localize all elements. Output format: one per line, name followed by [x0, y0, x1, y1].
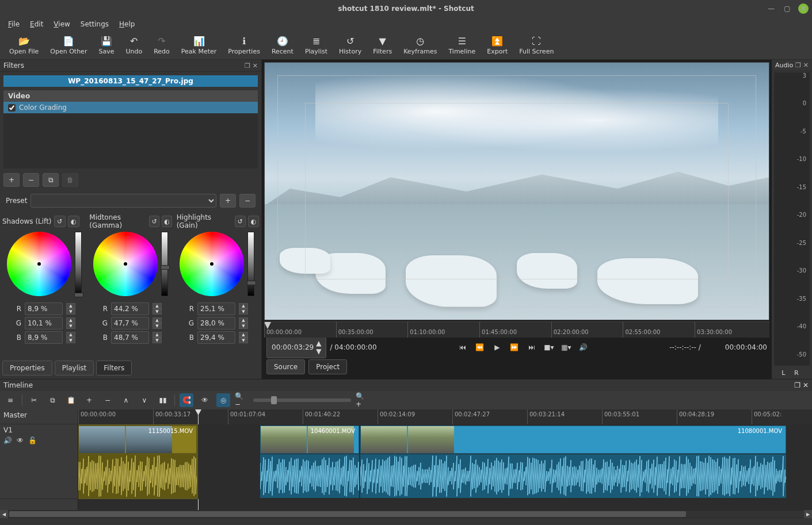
shadows-g-field[interactable]: 10,1 %: [25, 317, 63, 329]
menu-settings[interactable]: Settings: [76, 19, 113, 29]
tl-snap-button[interactable]: 🧲: [180, 393, 193, 407]
tab-source[interactable]: Source: [266, 359, 305, 374]
copy-filter-button[interactable]: ⧉: [43, 173, 59, 187]
highlights-b-spinner[interactable]: ▲▼: [239, 332, 248, 343]
panel-dock-icon[interactable]: ❐: [245, 62, 250, 70]
highlights-b-field[interactable]: 29,4 %: [197, 331, 235, 344]
paste-filter-button[interactable]: 🗑: [62, 173, 78, 187]
toolbar-timeline[interactable]: ☰Timeline: [443, 34, 481, 56]
close-button[interactable]: ✕: [798, 3, 809, 14]
menu-help[interactable]: Help: [115, 19, 139, 29]
track-lock-icon[interactable]: 🔓: [28, 436, 37, 444]
tl-split-button[interactable]: ▮▮: [156, 393, 170, 407]
shadows-color-wheel[interactable]: [7, 232, 71, 296]
shadows-luma-slider[interactable]: [75, 232, 82, 296]
shadows-g-spinner[interactable]: ▲▼: [66, 317, 75, 329]
timeline-close-icon[interactable]: ✕: [803, 381, 809, 389]
toolbar-playlist[interactable]: ≣Playlist: [299, 34, 333, 56]
preview-ruler[interactable]: 00:00:00:0000:35:00:0001:10:00:0001:45:0…: [264, 321, 769, 338]
tl-lift-button[interactable]: ∧: [119, 393, 133, 407]
timeline-hscroll[interactable]: ◀ ▶: [0, 510, 812, 518]
tl-ripple-button[interactable]: ◎: [216, 393, 230, 407]
midtones-g-spinner[interactable]: ▲▼: [153, 317, 162, 329]
tl-scrub-button[interactable]: 👁: [198, 393, 212, 407]
toolbar-save[interactable]: 💾Save: [93, 34, 120, 56]
highlights-keyframe-button[interactable]: ◐: [248, 216, 259, 227]
highlights-luma-slider[interactable]: [247, 232, 254, 296]
tab-filters[interactable]: Filters: [96, 361, 132, 375]
toolbar-export[interactable]: ⏫Export: [481, 34, 513, 56]
toolbar-open-file[interactable]: 📂Open File: [3, 34, 44, 56]
midtones-b-spinner[interactable]: ▲▼: [153, 332, 162, 343]
menu-view[interactable]: View: [49, 19, 74, 29]
remove-filter-button[interactable]: −: [23, 173, 39, 187]
shadows-keyframe-button[interactable]: ◐: [68, 216, 79, 227]
toolbar-filters[interactable]: ▼Filters: [367, 34, 398, 56]
midtones-g-field[interactable]: 47,7 %: [111, 317, 149, 329]
toolbar-properties[interactable]: ℹProperties: [222, 34, 266, 56]
highlights-g-field[interactable]: 28,0 %: [197, 317, 235, 329]
scroll-thumb[interactable]: [9, 511, 686, 517]
skip-next-button[interactable]: ⏭: [525, 341, 539, 354]
timeline-dock-icon[interactable]: ❐: [794, 381, 800, 389]
midtones-reset-button[interactable]: ↺: [149, 216, 159, 227]
rewind-button[interactable]: ⏪: [473, 341, 487, 354]
midtones-luma-slider[interactable]: [161, 232, 168, 296]
menu-edit[interactable]: Edit: [25, 19, 48, 29]
timeline-ruler[interactable]: 00:00:00:0000:00:33:1700:01:07:0400:01:4…: [78, 409, 812, 424]
shadows-reset-button[interactable]: ↺: [54, 216, 66, 227]
track-header-v1[interactable]: V1 🔊 👁 🔓: [0, 424, 78, 499]
highlights-color-wheel[interactable]: [180, 232, 244, 296]
tab-project[interactable]: Project: [308, 359, 347, 374]
filter-enable-checkbox[interactable]: [8, 104, 16, 112]
preset-select[interactable]: [31, 194, 216, 208]
midtones-color-wheel[interactable]: [93, 232, 158, 296]
toolbar-full-screen[interactable]: ⛶Full Screen: [513, 34, 559, 56]
clip[interactable]: 10460001.MOV: [260, 426, 359, 454]
grid-button[interactable]: ▦▾: [559, 341, 573, 354]
track-v1[interactable]: 11150015.MOV10460001.MOV11080001.MOV: [78, 424, 812, 499]
volume-button[interactable]: 🔊: [577, 341, 590, 354]
toolbar-undo[interactable]: ↶Undo: [120, 34, 148, 56]
shadows-r-field[interactable]: 8,9 %: [25, 302, 63, 315]
track-header-master[interactable]: Master: [0, 409, 78, 424]
clip[interactable]: 11150015.MOV: [78, 426, 197, 454]
audio-dock-icon[interactable]: ❐: [795, 62, 801, 69]
tab-playlist[interactable]: Playlist: [55, 361, 94, 375]
track-mute-icon[interactable]: 🔊: [3, 436, 12, 444]
preset-add-button[interactable]: +: [220, 194, 236, 208]
toolbar-open-other[interactable]: 📄Open Other: [44, 34, 93, 56]
scroll-left-button[interactable]: ◀: [0, 510, 8, 518]
tl-overwrite-button[interactable]: ∨: [138, 393, 151, 407]
current-timecode[interactable]: 00:00:03:29 ▲▼: [266, 336, 326, 358]
preset-remove-button[interactable]: −: [239, 194, 256, 208]
midtones-r-field[interactable]: 44,2 %: [111, 302, 149, 315]
midtones-keyframe-button[interactable]: ◐: [162, 216, 172, 227]
video-preview[interactable]: [264, 62, 769, 320]
panel-close-icon[interactable]: ✕: [253, 62, 258, 70]
tab-properties[interactable]: Properties: [2, 361, 52, 375]
stop-button[interactable]: ■▾: [542, 341, 556, 354]
toolbar-redo[interactable]: ↷Redo: [148, 34, 176, 56]
play-button[interactable]: ▶: [490, 341, 504, 354]
toolbar-history[interactable]: ↺History: [333, 34, 367, 56]
tl-remove-button[interactable]: −: [101, 393, 115, 407]
highlights-g-spinner[interactable]: ▲▼: [239, 317, 248, 329]
midtones-r-spinner[interactable]: ▲▼: [153, 303, 162, 315]
menu-file[interactable]: File: [3, 19, 24, 29]
forward-button[interactable]: ⏩: [508, 341, 521, 354]
scroll-right-button[interactable]: ▶: [804, 510, 812, 518]
add-filter-button[interactable]: +: [3, 173, 20, 187]
maximize-button[interactable]: ▢: [782, 3, 792, 14]
track-hide-icon[interactable]: 👁: [17, 436, 24, 444]
tl-paste-button[interactable]: 📋: [64, 393, 78, 407]
tl-cut-button[interactable]: ✂: [27, 393, 41, 407]
skip-prev-button[interactable]: ⏮: [456, 341, 470, 354]
audio-close-icon[interactable]: ✕: [803, 62, 809, 69]
tl-zoom-in-button[interactable]: 🔍+: [356, 393, 369, 407]
tl-zoom-out-button[interactable]: 🔍−: [235, 393, 249, 407]
shadows-b-spinner[interactable]: ▲▼: [66, 332, 75, 343]
toolbar-keyframes[interactable]: ◷Keyframes: [398, 34, 443, 56]
minimize-button[interactable]: —: [766, 3, 776, 14]
tl-zoom-slider[interactable]: [253, 398, 351, 402]
